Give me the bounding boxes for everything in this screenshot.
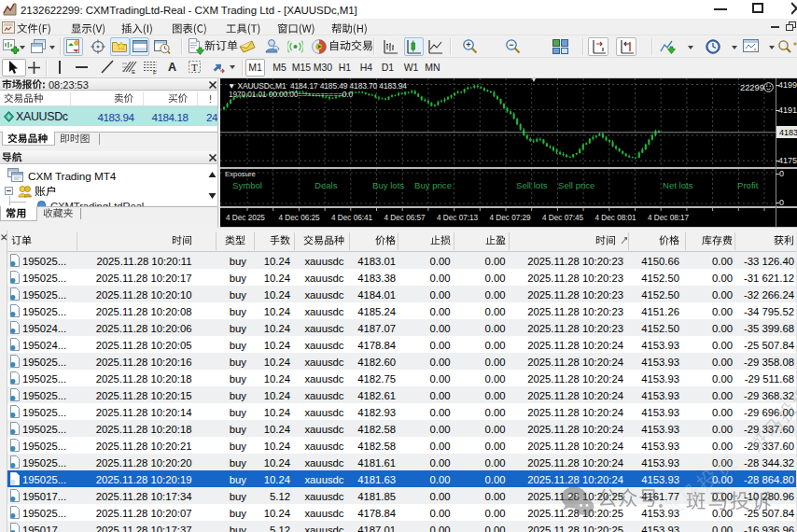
svg-text:−: − bbox=[509, 40, 513, 49]
svg-text:+: + bbox=[466, 40, 470, 49]
svg-text:T: T bbox=[191, 62, 198, 73]
svg-text:E: E bbox=[132, 69, 135, 75]
svg-text:F: F bbox=[153, 70, 157, 76]
